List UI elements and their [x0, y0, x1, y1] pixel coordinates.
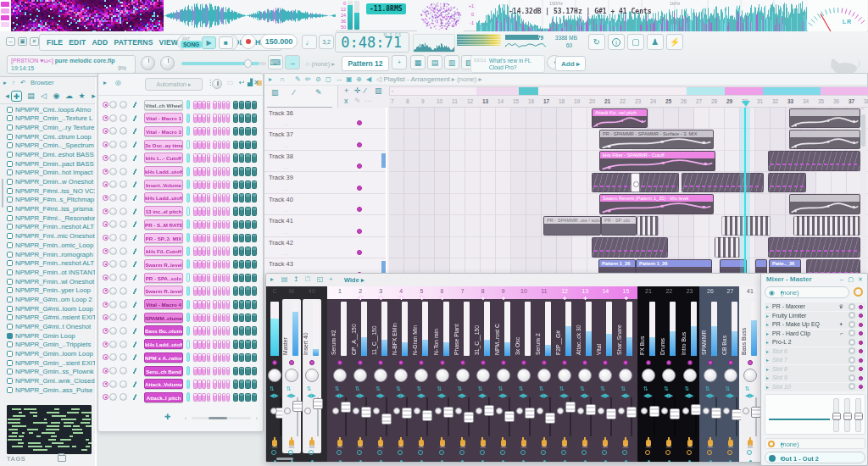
track-mute-led[interactable] [357, 186, 362, 191]
step-cell[interactable] [193, 393, 198, 402]
strip-stereo-sep-icon[interactable]: ⇅ ◀▶ [620, 386, 635, 399]
picker-slide-icon[interactable]: ⁄ [293, 88, 295, 97]
channel-row[interactable]: SPAMM..olume [98, 311, 263, 325]
step-cell[interactable] [252, 193, 258, 202]
strip-mini-knob[interactable] [332, 408, 339, 414]
step-cell[interactable] [207, 180, 211, 190]
channel-target-selector[interactable] [186, 380, 190, 389]
slot-arrow-icon[interactable]: ▸ [766, 330, 769, 336]
step-cell[interactable] [193, 127, 198, 136]
strip-expand-icon[interactable] [645, 444, 652, 448]
channel-mute-led[interactable] [103, 328, 108, 334]
strip-mute-led[interactable] [562, 360, 567, 365]
step-cell[interactable] [252, 127, 258, 136]
collapse-icon[interactable]: ▸ [3, 79, 7, 86]
track-header[interactable]: Track 37… [264, 129, 386, 150]
strip-number[interactable]: 11 [535, 288, 554, 294]
strip-fader-handle[interactable] [691, 404, 701, 415]
step-cell[interactable] [202, 220, 206, 230]
step-cell[interactable] [213, 380, 217, 389]
step-cell[interactable] [193, 260, 198, 269]
slot-arrow-icon[interactable]: ▸ [766, 303, 769, 309]
strip-expand-icon[interactable] [480, 444, 487, 448]
step-cell[interactable] [252, 180, 258, 190]
step-cell[interactable] [213, 340, 217, 349]
mixer-strip-13[interactable]: Attac..ck 30⇅ ◀▶ [576, 299, 594, 453]
step-cell[interactable] [222, 167, 226, 176]
slot-arrow-icon[interactable]: ▸ [766, 348, 769, 354]
browser-item[interactable]: NPMPR_Fmin..neshot ALT [7, 259, 95, 269]
strip-expand-icon[interactable] [500, 444, 507, 448]
slot-enable-led[interactable] [859, 341, 863, 345]
channel-target-selector[interactable] [186, 352, 190, 362]
channel-row[interactable]: NPM x A..ration [98, 351, 263, 364]
step-cell[interactable] [193, 220, 198, 230]
step-cell[interactable] [213, 193, 217, 202]
step-cell[interactable] [193, 167, 198, 176]
rack-swing-icon[interactable]: ◎ [115, 79, 121, 86]
slot-enable-led[interactable] [859, 385, 863, 389]
paint-tool-icon[interactable]: ✏ [305, 75, 311, 83]
track-mute-led[interactable] [357, 142, 362, 147]
step-cell[interactable] [233, 313, 239, 323]
browser-item[interactable]: NPMPR_Fmi..mic Oneshot [7, 232, 95, 241]
mixer-strip-5[interactable]: N-Gran Min⇅ ◀▶ [412, 299, 431, 453]
channel-pan-knob[interactable] [109, 260, 117, 268]
channel-target-selector[interactable] [186, 100, 190, 109]
slot-enable-led[interactable] [859, 305, 863, 309]
step-cell[interactable] [207, 114, 211, 123]
channel-row[interactable]: PR - SP..3. MIX [98, 231, 263, 245]
mixer-strip-2[interactable]: CP_A__150⇅ ◀▶ [351, 299, 370, 453]
strip-record-clock-icon[interactable] [480, 450, 485, 455]
step-cell[interactable] [222, 260, 226, 269]
strip-mini-knob[interactable] [455, 408, 462, 414]
stop-button[interactable]: ■ [219, 36, 233, 49]
slot-enable-led[interactable] [859, 323, 863, 327]
step-cell[interactable] [252, 153, 258, 163]
strip-expand-icon[interactable] [727, 444, 734, 448]
magnet-icon[interactable]: ∩ [280, 75, 285, 83]
step-cell[interactable] [226, 247, 231, 256]
strip-number[interactable]: 21 [639, 288, 658, 294]
step-cell[interactable] [213, 101, 217, 110]
step-cell[interactable] [218, 326, 222, 336]
channel-row[interactable]: Swarm R..level [98, 258, 263, 271]
strip-number[interactable]: 7 [453, 288, 472, 294]
channel-mute-led[interactable] [103, 141, 108, 147]
strip-stereo-sep-icon[interactable]: ⇅ ◀▶ [600, 386, 615, 399]
strip-mini-knob[interactable] [304, 408, 311, 414]
channel-target-selector[interactable] [186, 286, 190, 296]
step-cell[interactable] [218, 367, 222, 376]
menu-edit[interactable]: EDIT [69, 38, 86, 47]
step-cell[interactable] [226, 286, 231, 296]
piano-roll-preview[interactable] [7, 405, 92, 454]
browser-item[interactable]: NPMPR_Fmin..yper Loop [7, 286, 95, 296]
step-cell[interactable] [198, 114, 202, 123]
master-input-selector[interactable]: ◉ (none) ▸ [765, 286, 849, 298]
strip-record-clock-icon[interactable] [439, 450, 444, 455]
step-cell[interactable] [198, 300, 202, 309]
mixer-strip-7[interactable]: Phase Plant⇅ ◀▶ [453, 299, 472, 453]
channel-target-selector[interactable] [186, 233, 190, 242]
channel-row[interactable]: Vital - Macro 1 [98, 112, 263, 125]
minimize-button[interactable]: – [6, 37, 15, 46]
step-cell[interactable] [207, 313, 211, 323]
play-button[interactable]: ▶ [202, 36, 216, 49]
strip-number[interactable]: 41 [741, 288, 760, 294]
track-options[interactable]: … [283, 251, 288, 256]
step-cell[interactable] [245, 313, 251, 323]
mixer-view-mode[interactable]: Wide ▸ [344, 276, 364, 284]
channel-button[interactable]: Swarm R..level [144, 286, 183, 296]
playlist-vscrollbar[interactable]: ⌃ [860, 108, 866, 280]
channel-volume-knob[interactable] [120, 260, 127, 268]
strip-mute-led[interactable] [378, 360, 383, 365]
strip-record-clock-icon[interactable] [459, 450, 465, 455]
slot-mix-knob[interactable] [849, 330, 855, 336]
strip-pan-knob[interactable] [517, 369, 531, 382]
playlist-clip[interactable]: PR - SPAMMR - SPAMMR - Surface - 3. MIX [599, 130, 714, 150]
step-cell[interactable] [245, 167, 251, 176]
step-cell[interactable] [202, 260, 206, 269]
step-cell[interactable] [252, 313, 258, 323]
strip-fader-handle[interactable] [484, 405, 494, 416]
step-cell[interactable] [245, 340, 251, 349]
